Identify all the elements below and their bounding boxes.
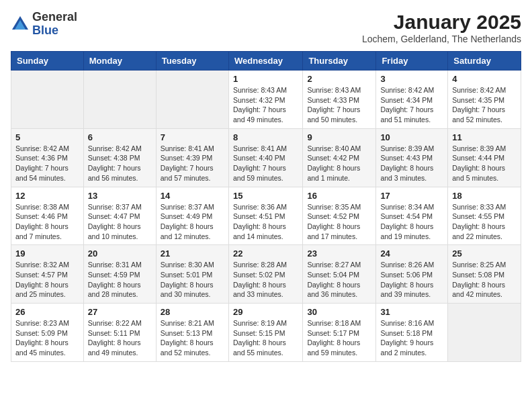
- calendar-cell: 23Sunrise: 8:27 AM Sunset: 5:04 PM Dayli…: [303, 245, 376, 304]
- day-number: 13: [88, 191, 152, 201]
- day-number: 21: [161, 248, 224, 259]
- calendar-cell: 24Sunrise: 8:26 AM Sunset: 5:06 PM Dayli…: [376, 245, 448, 304]
- calendar-cell: 13Sunrise: 8:37 AM Sunset: 4:47 PM Dayli…: [83, 187, 156, 245]
- calendar-cell: 10Sunrise: 8:39 AM Sunset: 4:43 PM Dayli…: [376, 128, 448, 187]
- day-info: Sunrise: 8:37 AM Sunset: 4:47 PM Dayligh…: [88, 202, 152, 242]
- header-wednesday: Wednesday: [228, 52, 302, 71]
- day-number: 27: [88, 307, 152, 317]
- day-number: 15: [233, 191, 298, 201]
- day-info: Sunrise: 8:41 AM Sunset: 4:40 PM Dayligh…: [233, 144, 298, 183]
- day-info: Sunrise: 8:43 AM Sunset: 4:32 PM Dayligh…: [233, 85, 298, 125]
- day-number: 28: [161, 307, 224, 317]
- day-info: Sunrise: 8:34 AM Sunset: 4:54 PM Dayligh…: [380, 202, 443, 242]
- day-info: Sunrise: 8:40 AM Sunset: 4:42 PM Dayligh…: [307, 144, 371, 183]
- day-number: 6: [88, 132, 152, 142]
- header-monday: Monday: [83, 52, 156, 71]
- calendar-cell: 1Sunrise: 8:43 AM Sunset: 4:32 PM Daylig…: [228, 71, 302, 129]
- calendar-cell: 4Sunrise: 8:42 AM Sunset: 4:35 PM Daylig…: [448, 71, 521, 129]
- calendar-cell: 6Sunrise: 8:42 AM Sunset: 4:38 PM Daylig…: [83, 128, 156, 187]
- day-number: 19: [15, 248, 79, 259]
- day-number: 31: [380, 307, 443, 317]
- header-sunday: Sunday: [11, 52, 84, 71]
- header-friday: Friday: [376, 52, 448, 71]
- day-number: 11: [452, 132, 517, 142]
- calendar-cell: 16Sunrise: 8:35 AM Sunset: 4:52 PM Dayli…: [303, 187, 376, 245]
- day-info: Sunrise: 8:36 AM Sunset: 4:51 PM Dayligh…: [233, 202, 298, 242]
- calendar-cell: 19Sunrise: 8:32 AM Sunset: 4:57 PM Dayli…: [11, 245, 84, 304]
- day-info: Sunrise: 8:42 AM Sunset: 4:34 PM Dayligh…: [380, 85, 443, 125]
- calendar-week-row: 12Sunrise: 8:38 AM Sunset: 4:46 PM Dayli…: [11, 187, 521, 245]
- calendar-table: Sunday Monday Tuesday Wednesday Thursday…: [11, 51, 521, 362]
- day-number: 20: [88, 248, 152, 259]
- calendar-week-row: 26Sunrise: 8:23 AM Sunset: 5:09 PM Dayli…: [11, 304, 521, 362]
- calendar-cell: 27Sunrise: 8:22 AM Sunset: 5:11 PM Dayli…: [83, 304, 156, 362]
- day-info: Sunrise: 8:21 AM Sunset: 5:13 PM Dayligh…: [161, 318, 224, 358]
- day-info: Sunrise: 8:27 AM Sunset: 5:04 PM Dayligh…: [307, 260, 371, 300]
- header-tuesday: Tuesday: [156, 52, 228, 71]
- day-info: Sunrise: 8:16 AM Sunset: 5:18 PM Dayligh…: [380, 318, 443, 358]
- day-number: 26: [15, 307, 79, 317]
- day-info: Sunrise: 8:42 AM Sunset: 4:35 PM Dayligh…: [452, 85, 517, 125]
- day-number: 1: [233, 74, 298, 84]
- calendar-cell: 28Sunrise: 8:21 AM Sunset: 5:13 PM Dayli…: [156, 304, 228, 362]
- calendar-cell: 12Sunrise: 8:38 AM Sunset: 4:46 PM Dayli…: [11, 187, 84, 245]
- day-info: Sunrise: 8:31 AM Sunset: 4:59 PM Dayligh…: [88, 260, 152, 300]
- day-number: 5: [15, 132, 79, 142]
- calendar-cell: 3Sunrise: 8:42 AM Sunset: 4:34 PM Daylig…: [376, 71, 448, 129]
- calendar-cell: [448, 304, 521, 362]
- calendar-cell: 7Sunrise: 8:41 AM Sunset: 4:39 PM Daylig…: [156, 128, 228, 187]
- calendar-cell: 26Sunrise: 8:23 AM Sunset: 5:09 PM Dayli…: [11, 304, 84, 362]
- page-header: General Blue January 2025 Lochem, Gelder…: [11, 11, 521, 44]
- day-number: 3: [380, 74, 443, 84]
- location-label: Lochem, Gelderland, The Netherlands: [362, 34, 521, 44]
- header-thursday: Thursday: [303, 52, 376, 71]
- day-number: 2: [307, 74, 371, 84]
- calendar-cell: 17Sunrise: 8:34 AM Sunset: 4:54 PM Dayli…: [376, 187, 448, 245]
- day-number: 10: [380, 132, 443, 142]
- logo-icon: [11, 15, 30, 34]
- day-number: 9: [307, 132, 371, 142]
- day-number: 12: [15, 191, 79, 201]
- day-info: Sunrise: 8:19 AM Sunset: 5:15 PM Dayligh…: [233, 318, 298, 358]
- day-number: 30: [307, 307, 371, 317]
- day-number: 18: [452, 191, 517, 201]
- calendar-cell: [83, 71, 156, 129]
- calendar-cell: 18Sunrise: 8:33 AM Sunset: 4:55 PM Dayli…: [448, 187, 521, 245]
- day-info: Sunrise: 8:35 AM Sunset: 4:52 PM Dayligh…: [307, 202, 371, 242]
- day-number: 25: [452, 248, 517, 259]
- day-number: 4: [452, 74, 517, 84]
- day-number: 29: [233, 307, 298, 317]
- day-info: Sunrise: 8:33 AM Sunset: 4:55 PM Dayligh…: [452, 202, 517, 242]
- day-number: 23: [307, 248, 371, 259]
- day-info: Sunrise: 8:42 AM Sunset: 4:38 PM Dayligh…: [88, 144, 152, 183]
- calendar-cell: 30Sunrise: 8:18 AM Sunset: 5:17 PM Dayli…: [303, 304, 376, 362]
- logo-general-label: General: [32, 11, 77, 24]
- day-info: Sunrise: 8:25 AM Sunset: 5:08 PM Dayligh…: [452, 260, 517, 300]
- logo: General Blue: [11, 11, 77, 38]
- calendar-cell: 2Sunrise: 8:43 AM Sunset: 4:33 PM Daylig…: [303, 71, 376, 129]
- month-title: January 2025: [362, 11, 521, 34]
- header-saturday: Saturday: [448, 52, 521, 71]
- title-block: January 2025 Lochem, Gelderland, The Net…: [362, 11, 521, 44]
- calendar-cell: 8Sunrise: 8:41 AM Sunset: 4:40 PM Daylig…: [228, 128, 302, 187]
- calendar-cell: 29Sunrise: 8:19 AM Sunset: 5:15 PM Dayli…: [228, 304, 302, 362]
- day-info: Sunrise: 8:22 AM Sunset: 5:11 PM Dayligh…: [88, 318, 152, 358]
- calendar-week-row: 5Sunrise: 8:42 AM Sunset: 4:36 PM Daylig…: [11, 128, 521, 187]
- calendar-cell: 9Sunrise: 8:40 AM Sunset: 4:42 PM Daylig…: [303, 128, 376, 187]
- logo-blue-label: Blue: [32, 24, 77, 38]
- calendar-cell: 11Sunrise: 8:39 AM Sunset: 4:44 PM Dayli…: [448, 128, 521, 187]
- day-info: Sunrise: 8:39 AM Sunset: 4:44 PM Dayligh…: [452, 144, 517, 183]
- day-info: Sunrise: 8:38 AM Sunset: 4:46 PM Dayligh…: [15, 202, 79, 242]
- day-info: Sunrise: 8:30 AM Sunset: 5:01 PM Dayligh…: [161, 260, 224, 300]
- day-number: 7: [161, 132, 224, 142]
- logo-text: General Blue: [32, 11, 77, 38]
- calendar-cell: 25Sunrise: 8:25 AM Sunset: 5:08 PM Dayli…: [448, 245, 521, 304]
- day-number: 14: [161, 191, 224, 201]
- day-info: Sunrise: 8:32 AM Sunset: 4:57 PM Dayligh…: [15, 260, 79, 300]
- calendar-cell: 14Sunrise: 8:37 AM Sunset: 4:49 PM Dayli…: [156, 187, 228, 245]
- calendar-cell: 5Sunrise: 8:42 AM Sunset: 4:36 PM Daylig…: [11, 128, 84, 187]
- day-info: Sunrise: 8:23 AM Sunset: 5:09 PM Dayligh…: [15, 318, 79, 358]
- day-info: Sunrise: 8:37 AM Sunset: 4:49 PM Dayligh…: [161, 202, 224, 242]
- day-number: 8: [233, 132, 298, 142]
- calendar-cell: 22Sunrise: 8:28 AM Sunset: 5:02 PM Dayli…: [228, 245, 302, 304]
